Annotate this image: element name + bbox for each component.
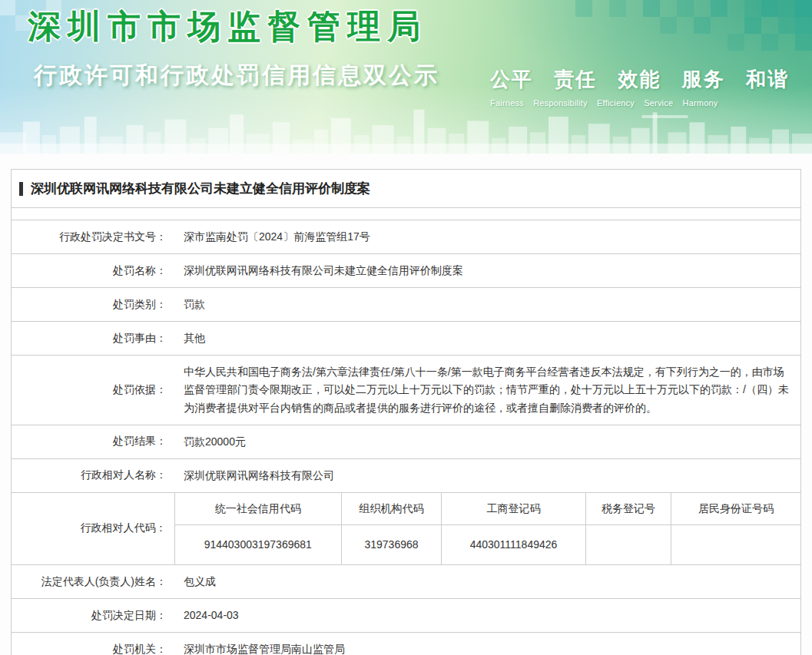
codes-header-row: 统一社会信用代码 组织机构代码 工商登记码 税务登记号 居民身份证号码: [175, 493, 801, 525]
row-value: 深市监南处罚〔2024〕前海监管组17号: [174, 220, 800, 254]
page-title: 深圳优联网讯网络科技有限公司未建立健全信用评价制度案: [31, 180, 370, 197]
row-label: 处罚事由：: [12, 322, 174, 356]
row-value: 中华人民共和国电子商务法/第六章法律责任/第八十一条/第一款电子商务平台经营者违…: [174, 356, 800, 425]
code-col-header: 组织机构代码: [342, 493, 442, 525]
row-label: 处罚结果：: [12, 425, 174, 458]
row-label: 处罚类别：: [12, 288, 174, 322]
row-value: 包义成: [174, 565, 800, 599]
row-value: 罚款20000元: [174, 425, 800, 458]
row-label: 处罚决定日期：: [12, 599, 174, 633]
table-row: 处罚名称： 深圳优联网讯网络科技有限公司未建立健全信用评价制度案: [12, 254, 800, 288]
table-row-codes: 行政相对人代码： 统一社会信用代码 组织机构代码 工商登记码 税务登记号: [12, 492, 800, 564]
table-row: 处罚决定日期： 2024-04-03: [12, 599, 800, 633]
codes-cell: 统一社会信用代码 组织机构代码 工商登记码 税务登记号 居民身份证号码 9144…: [174, 492, 800, 564]
content-panel: 深圳优联网讯网络科技有限公司未建立健全信用评价制度案 行政处罚决定书文号： 深市…: [11, 169, 801, 655]
table-row: 处罚依据： 中华人民共和国电子商务法/第六章法律责任/第八十一条/第一款电子商务…: [12, 356, 800, 425]
org-title: 深圳市市场监督管理局: [28, 5, 427, 49]
row-label: 处罚依据：: [12, 356, 174, 425]
slogan-box: 公平 责任 效能 服务 和谐 Fairness Responsibility E…: [490, 66, 789, 108]
mosaic-decoration: [474, 0, 812, 55]
row-label: 处罚机关：: [12, 633, 174, 655]
row-label: 法定代表人(负责人)姓名：: [12, 565, 174, 599]
row-label: 行政相对人名称：: [12, 458, 174, 492]
table-row: 行政处罚决定书文号： 深市监南处罚〔2024〕前海监管组17号: [12, 220, 800, 254]
table-row: 行政相对人名称： 深圳优联网讯网络科技有限公司: [12, 458, 800, 492]
row-label: 行政处罚决定书文号：: [12, 220, 174, 254]
penalty-info-table: 行政处罚决定书文号： 深市监南处罚〔2024〕前海监管组17号 处罚名称： 深圳…: [12, 220, 800, 655]
code-value: [671, 524, 801, 564]
slogan-chinese: 公平 责任 效能 服务 和谐: [490, 66, 789, 93]
codes-value-row: 914403003197369681 319736968 44030111184…: [175, 524, 801, 564]
title-bullet-icon: [19, 182, 23, 196]
code-col-header: 居民身份证号码: [671, 493, 801, 525]
code-col-header: 工商登记码: [442, 493, 586, 525]
table-row: 法定代表人(负责人)姓名： 包义成: [12, 565, 800, 599]
site-header: 深圳市市场监督管理局 行政许可和行政处罚信用信息双公示 公平 责任 效能 服务 …: [0, 0, 812, 154]
row-value: 2024-04-03: [174, 599, 800, 633]
table-row: 处罚类别： 罚款: [12, 288, 800, 322]
code-col-header: 税务登记号: [586, 493, 671, 525]
page-title-row: 深圳优联网讯网络科技有限公司未建立健全信用评价制度案: [12, 170, 800, 208]
row-value: 深圳优联网讯网络科技有限公司: [174, 458, 800, 492]
row-value: 深圳市市场监督管理局南山监管局: [174, 633, 800, 655]
code-value: 440301111849426: [442, 524, 586, 564]
code-value: 914403003197369681: [175, 524, 342, 564]
slogan-english: Fairness Responsibility Efficiency Servi…: [490, 98, 789, 108]
code-col-header: 统一社会信用代码: [175, 493, 342, 525]
header-subtitle: 行政许可和行政处罚信用信息双公示: [34, 60, 439, 91]
row-value: 深圳优联网讯网络科技有限公司未建立健全信用评价制度案: [174, 254, 800, 288]
spacer: [12, 208, 800, 220]
code-value: [586, 524, 671, 564]
codes-table: 统一社会信用代码 组织机构代码 工商登记码 税务登记号 居民身份证号码 9144…: [175, 493, 801, 564]
row-value: 罚款: [174, 288, 800, 322]
row-label: 行政相对人代码：: [12, 492, 174, 564]
table-row: 处罚事由： 其他: [12, 322, 800, 356]
row-label: 处罚名称：: [12, 254, 174, 288]
row-value: 其他: [174, 322, 800, 356]
table-row: 处罚机关： 深圳市市场监督管理局南山监管局: [12, 633, 800, 655]
table-row: 处罚结果： 罚款20000元: [12, 425, 800, 458]
code-value: 319736968: [342, 524, 442, 564]
